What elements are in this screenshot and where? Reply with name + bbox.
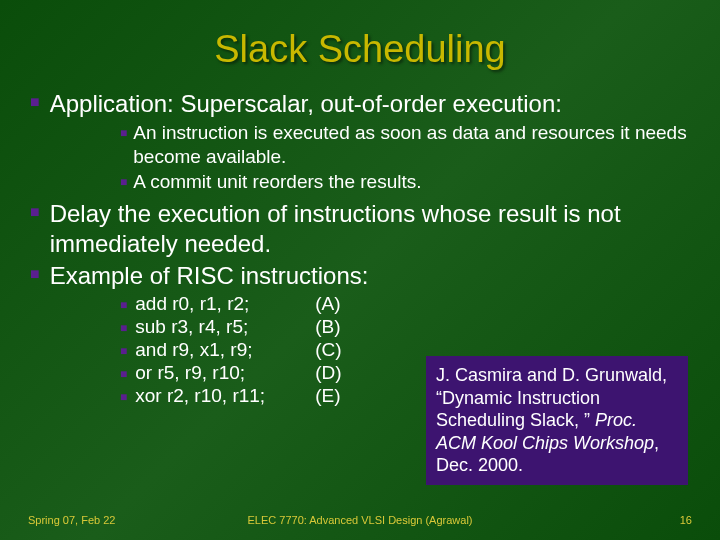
slide-title: Slack Scheduling: [0, 0, 720, 89]
bullet-2: ■ Delay the execution of instructions wh…: [30, 199, 690, 259]
sub-bullet: ■ An instruction is executed as soon as …: [120, 121, 690, 169]
instruction-label: (C): [315, 339, 365, 361]
footer-course: ELEC 7770: Advanced VLSI Design (Agrawal…: [194, 514, 526, 526]
instruction-row: ■ add r0, r1, r2; (A): [120, 293, 690, 315]
instruction-text: xor r2, r10, r11;: [135, 385, 315, 407]
citation-box: J. Casmira and D. Grunwald, “Dynamic Ins…: [426, 356, 688, 485]
bullet-icon: ■: [120, 175, 127, 189]
bullet-icon: ■: [30, 265, 40, 283]
bullet-icon: ■: [120, 344, 127, 358]
instruction-text: and r9, x1, r9;: [135, 339, 315, 361]
bullet-2-text: Delay the execution of instructions whos…: [50, 199, 690, 259]
sub-bullet: ■ A commit unit reorders the results.: [120, 170, 690, 194]
footer-date: Spring 07, Feb 22: [28, 514, 194, 526]
bullet-icon: ■: [120, 367, 127, 381]
sub-bullet-text: A commit unit reorders the results.: [133, 170, 421, 194]
instruction-label: (E): [315, 385, 365, 407]
instruction-text: add r0, r1, r2;: [135, 293, 315, 315]
instruction-label: (D): [315, 362, 365, 384]
slide-footer: Spring 07, Feb 22 ELEC 7770: Advanced VL…: [0, 514, 720, 526]
instruction-row: ■ sub r3, r4, r5; (B): [120, 316, 690, 338]
bullet-1: ■ Application: Superscalar, out-of-order…: [30, 89, 690, 119]
bullet-3-text: Example of RISC instructions:: [50, 261, 369, 291]
bullet-icon: ■: [120, 298, 127, 312]
bullet-icon: ■: [120, 390, 127, 404]
instruction-text: or r5, r9, r10;: [135, 362, 315, 384]
bullet-1-sublist: ■ An instruction is executed as soon as …: [120, 121, 690, 193]
instruction-text: sub r3, r4, r5;: [135, 316, 315, 338]
instruction-label: (B): [315, 316, 365, 338]
bullet-icon: ■: [30, 93, 40, 111]
bullet-icon: ■: [120, 126, 127, 140]
bullet-1-text: Application: Superscalar, out-of-order e…: [50, 89, 562, 119]
instruction-label: (A): [315, 293, 365, 315]
bullet-icon: ■: [30, 203, 40, 221]
bullet-icon: ■: [120, 321, 127, 335]
bullet-3: ■ Example of RISC instructions:: [30, 261, 690, 291]
sub-bullet-text: An instruction is executed as soon as da…: [133, 121, 690, 169]
footer-page-number: 16: [526, 514, 692, 526]
